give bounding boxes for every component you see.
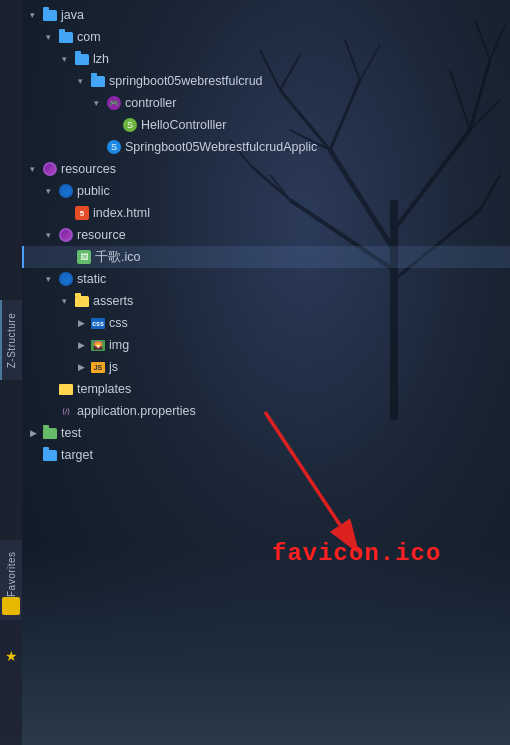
folder-icon-com — [59, 32, 73, 43]
label-hello-controller: HelloControlller — [141, 118, 226, 132]
label-target: target — [61, 448, 93, 462]
tree-item-springboot05[interactable]: ▾ springboot05webrestfulcrud — [22, 70, 510, 92]
label-com: com — [77, 30, 101, 44]
tree-item-qiange-ico[interactable]: 🖼 千歌.ico — [22, 246, 510, 268]
tree-item-public[interactable]: ▾ public — [22, 180, 510, 202]
spring-icon-applic: S — [107, 140, 121, 154]
sidebar-star-icon[interactable]: ★ — [2, 647, 20, 665]
arrow-empty-6 — [46, 406, 56, 416]
arrow-js: ▶ — [78, 362, 88, 372]
tree-item-java[interactable]: ▾ java — [22, 4, 510, 26]
arrow-static: ▾ — [46, 274, 56, 284]
image-icon: 🖼 — [77, 250, 91, 264]
label-asserts: asserts — [93, 294, 133, 308]
label-springboot-applic: Springboot05WebrestfulcrudApplic — [125, 140, 317, 154]
label-test: test — [61, 426, 81, 440]
arrow-lzh: ▾ — [62, 54, 72, 64]
css-folder-icon: css — [91, 318, 105, 329]
tree-item-asserts[interactable]: ▾ asserts — [22, 290, 510, 312]
arrow-public: ▾ — [46, 186, 56, 196]
globe-icon-resources — [43, 162, 57, 176]
tree-item-test[interactable]: ▶ test — [22, 422, 510, 444]
tree-item-index-html[interactable]: 5 index.html — [22, 202, 510, 224]
globe-web-icon-static — [59, 272, 73, 286]
spring-icon-hello: S — [123, 118, 137, 132]
arrow-springboot05: ▾ — [78, 76, 88, 86]
tree-item-controller[interactable]: ▾ 🎮 controller — [22, 92, 510, 114]
label-qiange-ico: 千歌.ico — [95, 249, 140, 266]
tree-item-img[interactable]: ▶ 🌄 img — [22, 334, 510, 356]
label-css: css — [109, 316, 128, 330]
arrow-css: ▶ — [78, 318, 88, 328]
html-icon: 5 — [75, 206, 89, 220]
label-img: img — [109, 338, 129, 352]
arrow-controller: ▾ — [94, 98, 104, 108]
arrow-empty-1 — [110, 120, 120, 130]
file-tree: ▾ java ▾ com ▾ lzh ▾ springboot05webrest… — [22, 0, 510, 745]
tree-item-com[interactable]: ▾ com — [22, 26, 510, 48]
templates-folder-icon — [59, 384, 73, 395]
label-lzh: lzh — [93, 52, 109, 66]
tree-item-resource[interactable]: ▾ resource — [22, 224, 510, 246]
label-resources: resources — [61, 162, 116, 176]
tree-item-templates[interactable]: templates — [22, 378, 510, 400]
arrow-empty-2 — [94, 142, 104, 152]
arrow-empty-3 — [62, 208, 72, 218]
arrow-test: ▶ — [30, 428, 40, 438]
arrow-empty-7 — [30, 450, 40, 460]
js-folder-icon: JS — [91, 362, 105, 373]
arrow-com: ▾ — [46, 32, 56, 42]
globe-web-icon-public — [59, 184, 73, 198]
tree-item-lzh[interactable]: ▾ lzh — [22, 48, 510, 70]
tree-item-hello-controller[interactable]: S HelloControlller — [22, 114, 510, 136]
globe-icon-resource — [59, 228, 73, 242]
arrow-resources: ▾ — [30, 164, 40, 174]
arrow-img: ▶ — [78, 340, 88, 350]
label-templates: templates — [77, 382, 131, 396]
tree-item-resources[interactable]: ▾ resources — [22, 158, 510, 180]
img-folder-icon: 🌄 — [91, 340, 105, 351]
label-resource: resource — [77, 228, 126, 242]
tree-item-target[interactable]: target — [22, 444, 510, 466]
tree-item-springboot-applic[interactable]: S Springboot05WebrestfulcrudApplic — [22, 136, 510, 158]
tree-item-js[interactable]: ▶ JS js — [22, 356, 510, 378]
xml-icon: ⟨/⟩ — [59, 404, 73, 418]
z-structure-panel[interactable]: Z-Structure — [0, 300, 22, 380]
arrow-java: ▾ — [30, 10, 40, 20]
folder-icon-test — [43, 428, 57, 439]
tree-item-application-properties[interactable]: ⟨/⟩ application.properties — [22, 400, 510, 422]
folder-icon-java — [43, 10, 57, 21]
arrow-empty-5 — [46, 384, 56, 394]
label-controller: controller — [125, 96, 176, 110]
tree-item-css[interactable]: ▶ css css — [22, 312, 510, 334]
folder-icon-lzh — [75, 54, 89, 65]
arrow-asserts: ▾ — [62, 296, 72, 306]
label-springboot05: springboot05webrestfulcrud — [109, 74, 263, 88]
label-js: js — [109, 360, 118, 374]
folder-icon-asserts — [75, 296, 89, 307]
sidebar-yellow-icon[interactable] — [2, 597, 20, 615]
arrow-empty-4 — [64, 252, 74, 262]
label-index-html: index.html — [93, 206, 150, 220]
label-public: public — [77, 184, 110, 198]
folder-icon-target — [43, 450, 57, 461]
label-application-properties: application.properties — [77, 404, 196, 418]
arrow-resource: ▾ — [46, 230, 56, 240]
controller-icon: 🎮 — [107, 96, 121, 110]
label-static: static — [77, 272, 106, 286]
tree-item-static[interactable]: ▾ static — [22, 268, 510, 290]
z-structure-label: Z-Structure — [7, 312, 18, 368]
folder-icon-springboot05 — [91, 76, 105, 87]
label-java: java — [61, 8, 84, 22]
